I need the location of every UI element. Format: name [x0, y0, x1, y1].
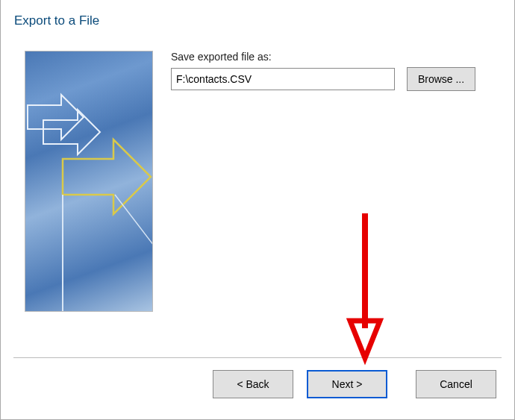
wizard-graphic	[25, 51, 153, 312]
browse-button[interactable]: Browse ...	[407, 67, 475, 91]
file-path-input[interactable]	[171, 68, 395, 90]
export-dialog: Export to a File Save exported file as: …	[0, 0, 515, 420]
next-button[interactable]: Next >	[307, 370, 387, 398]
svg-marker-1	[43, 110, 100, 154]
svg-marker-2	[63, 140, 151, 214]
wizard-buttons: < Back Next > Cancel	[213, 370, 496, 398]
dialog-content: Save exported file as: Browse ...	[1, 28, 514, 312]
form-pane: Save exported file as: Browse ...	[171, 51, 499, 312]
file-row: Browse ...	[171, 67, 499, 91]
back-button[interactable]: < Back	[213, 370, 293, 398]
dialog-title: Export to a File	[1, 0, 514, 28]
separator-line	[13, 357, 502, 358]
cancel-button[interactable]: Cancel	[416, 370, 496, 398]
svg-marker-4	[350, 321, 380, 358]
svg-marker-0	[28, 95, 84, 140]
file-path-label: Save exported file as:	[171, 51, 499, 63]
